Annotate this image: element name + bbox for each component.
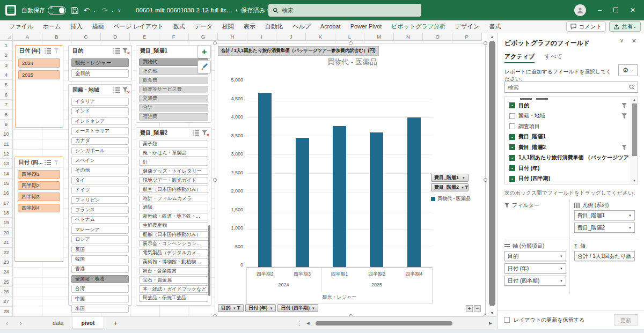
slicer-item[interactable]: タイ — [71, 176, 129, 184]
column-header[interactable]: P — [452, 33, 482, 41]
row-header[interactable]: 15 — [0, 179, 13, 188]
slicer-item[interactable]: ベトナム — [71, 216, 129, 224]
row-header[interactable]: 9 — [0, 120, 13, 129]
field-checkbox[interactable]: • — [509, 144, 515, 150]
field-checkbox[interactable]: • — [509, 176, 515, 182]
slicer-item[interactable]: インド — [71, 107, 129, 115]
slicer-item[interactable]: 現地ツアー・観光ガイド — [139, 177, 208, 184]
slicer-item[interactable]: シンガポール — [71, 147, 129, 155]
vertical-scroll-thumb[interactable] — [489, 41, 495, 306]
ribbon-tab[interactable]: 書式 — [484, 20, 506, 33]
ribbon-tab[interactable]: ピボットグラフ分析 — [386, 20, 450, 33]
slicer-item[interactable]: ロシア — [71, 235, 129, 243]
slicer-item[interactable]: オーストラリア — [71, 127, 129, 135]
column-header[interactable]: M — [364, 33, 394, 41]
area-field-chip[interactable]: 費目_階層1▼ — [574, 210, 635, 220]
legend-item[interactable]: 買物代 - 医薬品 — [431, 195, 485, 202]
column-header[interactable]: O — [423, 33, 452, 41]
row-header[interactable]: 24 — [0, 267, 13, 277]
field-row[interactable]: • 日付 (四半期) — [505, 174, 631, 184]
field-filter-icon[interactable] — [620, 112, 628, 120]
area-field-chip[interactable]: 合計 / 1人1回あたり旅...▼ — [574, 251, 635, 261]
undo-caret-icon[interactable]: ⌄ — [93, 8, 97, 13]
slicer-item[interactable]: 健康グッズ・トイレタリー — [139, 168, 208, 175]
slicer-item[interactable]: ドイツ — [71, 187, 129, 195]
row-header[interactable]: 14 — [0, 169, 13, 179]
defer-layout-checkbox[interactable]: ✓ — [504, 317, 510, 323]
excel-logo-icon[interactable] — [5, 5, 16, 16]
row-header[interactable]: 3 — [0, 61, 13, 70]
field-row[interactable]: • 日付 (年) — [505, 163, 631, 174]
row-header[interactable]: 22 — [0, 248, 13, 257]
slicer-item[interactable]: 四半期1 — [18, 170, 60, 179]
legend-area[interactable]: 凡例 (系列) 費目_階層1▼費目_階層2▼ — [569, 199, 638, 240]
slicer-item[interactable]: 時計・フィルムカメラ — [139, 195, 208, 202]
row-header[interactable]: 17 — [0, 198, 13, 208]
slicer-item[interactable]: 韓国 — [71, 255, 129, 263]
legend-field-button-hier1[interactable]: 費目_階層1 ▼ — [431, 174, 469, 182]
field-row[interactable]: • 目的 — [505, 100, 631, 111]
axis-field-button-purpose[interactable]: 目的 ▼ — [218, 304, 244, 312]
add-sheet-button[interactable]: + — [114, 319, 118, 327]
ribbon-tab[interactable]: ヘルプ — [288, 20, 316, 33]
slicer-date-quarter[interactable]: 日付 (四... 四半期1四半期2四半期3四半期4 — [14, 157, 63, 262]
filters-area[interactable]: フィルター — [504, 199, 569, 240]
chart-bar[interactable] — [296, 138, 309, 267]
zoom-out-button[interactable]: − — [474, 305, 481, 312]
column-header[interactable]: K — [306, 33, 335, 41]
row-header[interactable]: 5 — [0, 80, 13, 90]
row-header[interactable]: 28 — [0, 307, 13, 316]
ribbon-tab[interactable]: デザイン — [450, 20, 484, 33]
column-header[interactable]: B — [42, 33, 72, 41]
slicer-item[interactable]: 全目的 — [71, 69, 129, 78]
ribbon-tab[interactable]: Acrobat — [316, 20, 346, 33]
slicer-item[interactable]: 生鮮農産物 — [139, 222, 208, 230]
field-list-scrollbar[interactable]: ▲ ▼ — [631, 97, 638, 184]
column-header[interactable]: E — [130, 33, 159, 41]
field-search-box[interactable] — [504, 82, 638, 93]
row-header[interactable]: 6 — [0, 90, 13, 100]
tools-button[interactable]: ⚙ ⌄ — [618, 64, 638, 76]
slicer-item[interactable]: 靴・かばん・革製品 — [139, 150, 208, 157]
row-header[interactable]: 18 — [0, 208, 13, 218]
slicer-item[interactable]: 交通費 — [139, 95, 208, 102]
zoom-in-button[interactable]: + — [466, 305, 473, 312]
row-header[interactable]: 19 — [0, 218, 13, 227]
ribbon-tab[interactable]: 描画 — [87, 20, 109, 33]
row-header[interactable]: 20 — [0, 228, 13, 238]
ribbon-options-icon[interactable]: ∨ — [118, 8, 121, 13]
horizontal-scroll-thumb[interactable] — [316, 321, 452, 325]
column-header[interactable]: I — [247, 33, 277, 41]
clear-filter-icon[interactable] — [200, 129, 209, 137]
field-checkbox[interactable]: • — [509, 102, 515, 108]
slicer-item[interactable]: スペイン — [71, 157, 129, 165]
row-header[interactable]: 4 — [0, 70, 13, 80]
slicer-scrollbar[interactable] — [208, 225, 210, 296]
multiselect-icon[interactable] — [43, 47, 52, 55]
undo-icon[interactable]: ↶ — [84, 6, 90, 14]
scroll-left-icon[interactable]: ◀ — [305, 321, 311, 325]
search-input[interactable] — [282, 7, 405, 13]
sheet-tab[interactable]: data — [44, 317, 72, 330]
slicer-item[interactable]: マレーシア — [71, 226, 129, 234]
row-header[interactable]: 23 — [0, 257, 13, 267]
field-checkbox[interactable]: • — [509, 165, 515, 171]
ribbon-tab[interactable]: 校閲 — [217, 20, 239, 33]
field-filter-icon[interactable] — [620, 102, 628, 109]
area-field-chip[interactable]: 費目_階層2▼ — [574, 223, 635, 233]
slicer-item[interactable]: 新幹線・鉄道・地下鉄・... — [139, 213, 208, 220]
slicer-item[interactable]: 宝石・貴金属 — [139, 276, 208, 284]
slicer-item[interactable]: フランス — [71, 206, 129, 214]
multiselect-icon[interactable] — [112, 86, 121, 94]
slicer-item[interactable]: 飲食費 — [139, 77, 208, 84]
slicer-item[interactable]: 娯楽等サービス費 — [139, 86, 208, 93]
chart-bar[interactable] — [258, 93, 272, 267]
row-header[interactable]: 13 — [0, 159, 13, 168]
row-header[interactable]: 8 — [0, 110, 13, 120]
column-header[interactable]: H — [218, 33, 247, 41]
comments-button[interactable]: コメント — [566, 21, 606, 32]
slicer-item[interactable]: 本・雑誌・ガイドブックなど — [139, 285, 208, 293]
chart-elements-button[interactable]: + — [197, 45, 211, 58]
chart-bar[interactable] — [333, 126, 346, 267]
vertical-scrollbar[interactable]: ▲ ▼ — [487, 33, 497, 316]
